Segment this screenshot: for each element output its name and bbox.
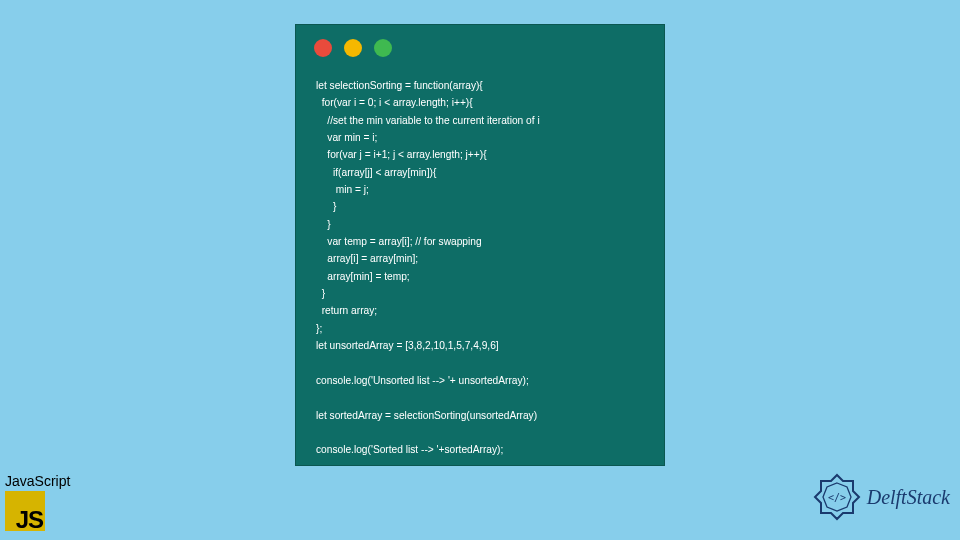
code-content: let selectionSorting = function(array){ … — [296, 59, 664, 477]
delftstack-badge: </> DelftStack — [812, 472, 950, 522]
javascript-label: JavaScript — [5, 473, 70, 489]
maximize-button-icon[interactable] — [374, 39, 392, 57]
close-button-icon[interactable] — [314, 39, 332, 57]
delftstack-label: DelftStack — [867, 486, 950, 509]
delftstack-logo-icon: </> — [812, 472, 862, 522]
javascript-logo-letters: JS — [16, 506, 43, 534]
svg-text:</>: </> — [828, 492, 846, 503]
javascript-logo-icon: JS — [5, 491, 45, 531]
window-traffic-lights — [296, 25, 664, 59]
javascript-badge: JavaScript JS — [5, 473, 70, 531]
code-editor-window: let selectionSorting = function(array){ … — [295, 24, 665, 466]
minimize-button-icon[interactable] — [344, 39, 362, 57]
